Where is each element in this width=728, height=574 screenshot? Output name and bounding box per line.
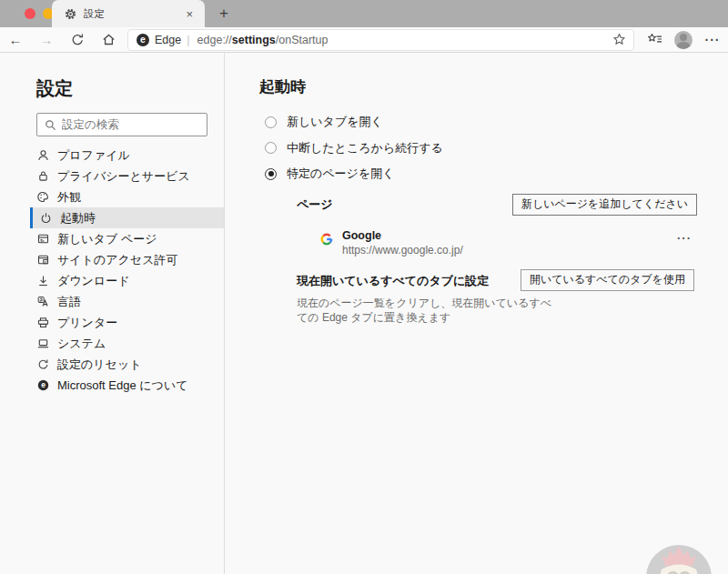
page-entry-text: Google https://www.google.co.jp/ (342, 229, 463, 257)
sidebar-nav: プロファイル プライバシーとサービス 外観 起動時 新しいタブ ページ (0, 145, 224, 396)
browser-menu-icon[interactable]: ··· (698, 33, 727, 47)
address-bar-separator: | (187, 33, 189, 46)
tab-title: 設定 (84, 7, 183, 21)
set-current-tabs-section: 現在開いているすべてのタブに設定 開いているすべてのタブを使用 現在のページ一覧… (297, 273, 728, 325)
sidebar-title: 設定 (36, 76, 224, 101)
edge-logo-icon: e (36, 379, 49, 392)
radio-open-specific-page[interactable]: 特定のページを開く (265, 167, 728, 180)
radio-button[interactable] (265, 142, 277, 154)
sidebar-item-label: ダウンロード (57, 273, 130, 289)
sidebar-item-languages[interactable]: 言語 (0, 291, 224, 312)
sidebar-item-new-tab-page[interactable]: 新しいタブ ページ (0, 228, 224, 249)
reload-icon[interactable] (62, 33, 93, 46)
sidebar-item-system[interactable]: システム (0, 333, 224, 354)
printer-icon (36, 317, 49, 329)
favorites-hub-icon[interactable] (640, 33, 669, 46)
sidebar-item-label: サイトのアクセス許可 (57, 252, 177, 268)
site-permissions-icon (36, 254, 49, 267)
back-icon[interactable]: ← (0, 32, 31, 47)
radio-button[interactable] (265, 168, 277, 180)
page-title: 起動時 (259, 76, 728, 97)
page-entry-google: Google https://www.google.co.jp/ ··· (319, 229, 728, 257)
settings-search-input[interactable] (62, 118, 189, 131)
sidebar-item-label: システム (57, 336, 106, 352)
url-path: /onStartup (276, 34, 329, 46)
use-all-open-tabs-button[interactable]: 開いているすべてのタブを使用 (521, 269, 694, 291)
settings-page: 設定 プロファイル プライバシーとサービス (0, 53, 728, 574)
sidebar-item-appearance[interactable]: 外観 (0, 186, 224, 207)
tab-settings[interactable]: 設定 × (52, 0, 205, 27)
search-icon (45, 119, 56, 131)
system-icon (36, 337, 49, 350)
palette-icon (36, 191, 49, 204)
home-icon[interactable] (93, 33, 124, 46)
settings-search-box[interactable] (36, 113, 207, 136)
edge-logo-icon: e (136, 33, 150, 47)
settings-sidebar: 設定 プロファイル プライバシーとサービス (0, 53, 224, 574)
url-host: settings (232, 34, 276, 46)
reset-icon (36, 358, 49, 371)
url-text[interactable]: edge://settings/onStartup (197, 34, 612, 46)
page-entry-more-icon[interactable]: ··· (677, 231, 692, 245)
svg-text:e: e (140, 34, 146, 45)
sidebar-item-profile[interactable]: プロファイル (0, 145, 224, 166)
sidebar-item-label: プリンター (57, 315, 117, 331)
set-current-tabs-description: 現在のページ一覧をクリアし、現在開いているすべての Edge タブに置き換えます (297, 296, 558, 325)
pages-label: ページ (297, 196, 333, 213)
site-mascot-logo (642, 541, 715, 574)
radio-continue-where-left-off[interactable]: 中断したところから続行する (265, 142, 728, 155)
sidebar-item-on-startup[interactable]: 起動時 (30, 207, 224, 228)
radio-label: 新しいタブを開く (287, 114, 383, 130)
profile-avatar[interactable] (669, 31, 698, 49)
sidebar-item-label: 起動時 (60, 210, 96, 227)
radio-open-new-tab[interactable]: 新しいタブを開く (265, 116, 728, 128)
sidebar-item-privacy[interactable]: プライバシーとサービス (0, 166, 224, 186)
sidebar-item-label: Microsoft Edge について (57, 378, 188, 394)
power-icon (39, 212, 52, 225)
add-new-page-button[interactable]: 新しいページを追加してください (512, 194, 697, 216)
tab-bar: 設定 × + (0, 0, 728, 27)
browser-window: 設定 × + ← → e Edge | edge://se (0, 0, 728, 574)
page-entry-url: https://www.google.co.jp/ (342, 244, 463, 257)
radio-label: 中断したところから続行する (287, 140, 443, 156)
browser-toolbar: ← → e Edge | edge://settings/onStartup (0, 27, 728, 53)
sidebar-item-label: 言語 (57, 294, 81, 310)
download-icon (36, 275, 49, 287)
google-favicon (319, 232, 334, 247)
sidebar-item-reset-settings[interactable]: 設定のリセット (0, 354, 224, 375)
forward-icon: → (31, 32, 62, 47)
sidebar-item-about-edge[interactable]: e Microsoft Edge について (0, 375, 224, 396)
radio-label: 特定のページを開く (287, 166, 395, 182)
new-tab-page-icon (36, 233, 49, 246)
new-tab-button[interactable]: + (212, 0, 236, 27)
sidebar-item-label: 設定のリセット (57, 357, 142, 373)
edge-badge-label: Edge (155, 34, 181, 46)
on-startup-panel: 起動時 新しいタブを開く 中断したところから続行する 特定のページを開く ページ… (225, 53, 728, 574)
gear-icon (65, 8, 76, 20)
favorite-star-icon[interactable] (612, 33, 626, 46)
sidebar-item-downloads[interactable]: ダウンロード (0, 270, 224, 291)
sidebar-item-label: プライバシーとサービス (57, 168, 190, 185)
close-window-button[interactable] (25, 8, 35, 19)
tab-close-icon[interactable]: × (183, 7, 196, 21)
sidebar-item-label: プロファイル (57, 147, 130, 164)
radio-button[interactable] (265, 116, 277, 128)
sidebar-item-printers[interactable]: プリンター (0, 312, 224, 333)
page-entry-title: Google (342, 229, 463, 242)
sidebar-item-label: 外観 (57, 189, 81, 206)
lock-icon (36, 170, 49, 183)
pages-header-row: ページ 新しいページを追加してください (297, 194, 728, 216)
toolbar-right-cluster: ··· (640, 31, 727, 49)
language-icon (36, 296, 49, 308)
address-bar[interactable]: e Edge | edge://settings/onStartup (127, 29, 634, 51)
sidebar-item-label: 新しいタブ ページ (57, 231, 157, 247)
url-scheme: edge:// (197, 34, 232, 46)
startup-options: 新しいタブを開く 中断したところから続行する 特定のページを開く (265, 116, 728, 180)
sidebar-item-site-permissions[interactable]: サイトのアクセス許可 (0, 249, 224, 270)
person-icon (36, 149, 49, 162)
svg-text:e: e (41, 380, 46, 389)
